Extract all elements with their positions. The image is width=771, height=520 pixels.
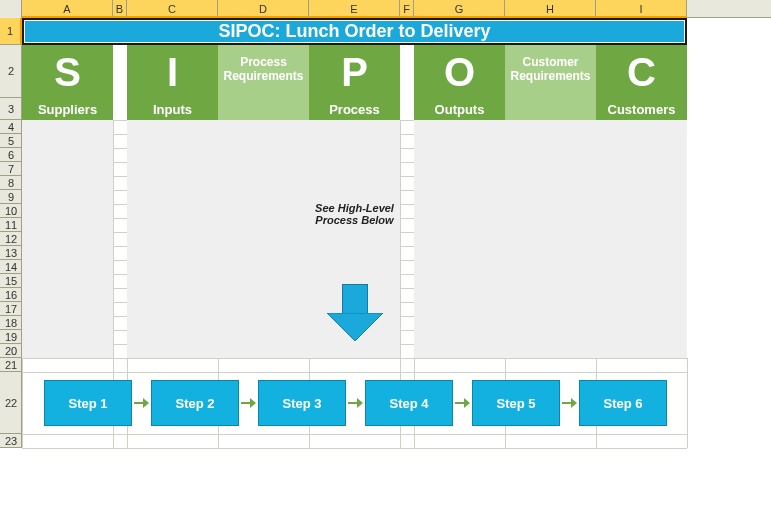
column-header-B[interactable]: B [113, 0, 127, 18]
row-header-2[interactable]: 2 [0, 45, 22, 98]
sipoc-label-customers: Customers [596, 98, 687, 120]
arrow-head-icon [250, 398, 256, 408]
step-arrow-1 [134, 398, 149, 408]
arrow-stem [342, 284, 368, 314]
column-header-G[interactable]: G [414, 0, 505, 18]
row-header-11[interactable]: 11 [0, 218, 22, 232]
svg-marker-0 [327, 313, 383, 341]
arrow-head-icon [143, 398, 149, 408]
column-header-F[interactable]: F [400, 0, 414, 18]
sipoc-letter-text: S [54, 52, 81, 92]
sipoc-label-process: Process [309, 98, 400, 120]
row-header-20[interactable]: 20 [0, 344, 22, 358]
sipoc-letter-text: C [627, 52, 656, 92]
step-box-1[interactable]: Step 1 [44, 380, 132, 426]
sipoc-letter-I: I [127, 45, 218, 98]
row-header-16[interactable]: 16 [0, 288, 22, 302]
row-header-6[interactable]: 6 [0, 148, 22, 162]
sipoc-body-process-requirements [218, 120, 309, 358]
req-line2: Requirements [510, 69, 590, 83]
step-arrow-5 [562, 398, 577, 408]
sipoc-label-text: Suppliers [38, 102, 97, 117]
row-header-22[interactable]: 22 [0, 372, 22, 434]
req-line1: Process [240, 55, 287, 69]
column-header-H[interactable]: H [505, 0, 596, 18]
row-header-3[interactable]: 3 [0, 98, 22, 120]
row-header-19[interactable]: 19 [0, 330, 22, 344]
step-label: Step 6 [603, 396, 642, 411]
row-header-1[interactable]: 1 [0, 18, 22, 45]
sipoc-body-outputs [414, 120, 505, 358]
column-header-C[interactable]: C [127, 0, 218, 18]
arrow-line [455, 402, 464, 404]
step-arrow-2 [241, 398, 256, 408]
sipoc-label-text: Inputs [153, 102, 192, 117]
process-note: See High-Level Process Below [309, 202, 400, 226]
step-label: Step 1 [68, 396, 107, 411]
step-arrow-3 [348, 398, 363, 408]
sipoc-letter-O: O [414, 45, 505, 98]
row-header-4[interactable]: 4 [0, 120, 22, 134]
down-arrow-shape[interactable] [327, 284, 383, 342]
sipoc-letter-text: I [167, 52, 178, 92]
sipoc-title-bar: SIPOC: Lunch Order to Delivery [24, 20, 685, 43]
step-box-4[interactable]: Step 4 [365, 380, 453, 426]
req-line1: Customer [522, 55, 578, 69]
row-header-21[interactable]: 21 [0, 358, 22, 372]
column-header-D[interactable]: D [218, 0, 309, 18]
row-header-9[interactable]: 9 [0, 190, 22, 204]
row-header-column: 1234567891011121314151617181920212223 [0, 18, 22, 448]
row-header-18[interactable]: 18 [0, 316, 22, 330]
row-header-5[interactable]: 5 [0, 134, 22, 148]
arrow-head-icon [357, 398, 363, 408]
step-box-2[interactable]: Step 2 [151, 380, 239, 426]
row-header-15[interactable]: 15 [0, 274, 22, 288]
arrow-line [348, 402, 357, 404]
row-header-17[interactable]: 17 [0, 302, 22, 316]
sipoc-body-inputs [127, 120, 218, 358]
sipoc-body-suppliers [22, 120, 113, 358]
row-header-8[interactable]: 8 [0, 176, 22, 190]
spreadsheet: ABCDEFGHI 123456789101112131415161718192… [0, 0, 771, 520]
column-header-A[interactable]: A [22, 0, 113, 18]
sipoc-letter-C: C [596, 45, 687, 98]
column-header-row: ABCDEFGHI [0, 0, 771, 18]
process-note-line2: Process Below [309, 214, 400, 226]
step-box-3[interactable]: Step 3 [258, 380, 346, 426]
row-header-23[interactable]: 23 [0, 434, 22, 448]
process-note-line1: See High-Level [309, 202, 400, 214]
column-header-E[interactable]: E [309, 0, 400, 18]
step-label: Step 4 [389, 396, 428, 411]
sipoc-label-outputs: Outputs [414, 98, 505, 120]
sipoc-body-customer-requirements [505, 120, 596, 358]
row-header-14[interactable]: 14 [0, 260, 22, 274]
sipoc-label-text: Process [329, 102, 380, 117]
select-all-corner[interactable] [0, 0, 22, 18]
step-box-5[interactable]: Step 5 [472, 380, 560, 426]
arrow-head [327, 313, 383, 341]
sipoc-process-requirements-header: ProcessRequirements [218, 45, 309, 120]
sipoc-letter-P: P [309, 45, 400, 98]
step-box-6[interactable]: Step 6 [579, 380, 667, 426]
req-line2: Requirements [223, 69, 303, 83]
sipoc-label-text: Outputs [435, 102, 485, 117]
arrow-line [241, 402, 250, 404]
row-header-12[interactable]: 12 [0, 232, 22, 246]
column-header-I[interactable]: I [596, 0, 687, 18]
row-header-13[interactable]: 13 [0, 246, 22, 260]
row-header-7[interactable]: 7 [0, 162, 22, 176]
cell-grid[interactable]: SIPOC: Lunch Order to Delivery SSupplier… [22, 18, 771, 520]
arrow-line [562, 402, 571, 404]
sipoc-letter-text: P [341, 52, 368, 92]
sipoc-letter-S: S [22, 45, 113, 98]
arrow-head-icon [571, 398, 577, 408]
arrow-head-icon [464, 398, 470, 408]
step-label: Step 5 [496, 396, 535, 411]
step-label: Step 3 [282, 396, 321, 411]
step-arrow-4 [455, 398, 470, 408]
sipoc-label-text: Customers [608, 102, 676, 117]
sipoc-label-inputs: Inputs [127, 98, 218, 120]
row-header-10[interactable]: 10 [0, 204, 22, 218]
sipoc-body-customers [596, 120, 687, 358]
step-label: Step 2 [175, 396, 214, 411]
